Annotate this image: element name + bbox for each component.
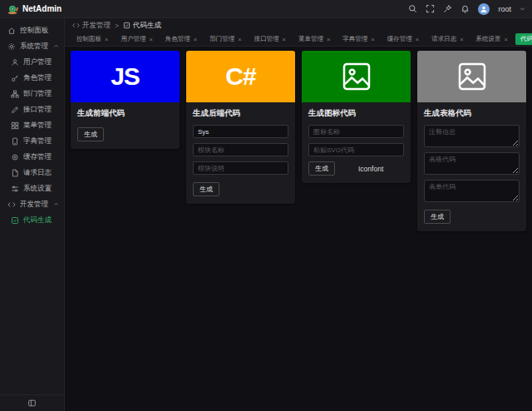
module-description-input[interactable] (193, 161, 288, 175)
iconfont-link[interactable]: Iconfont (358, 165, 383, 173)
breadcrumb: 开发管理 > 代码生成 (65, 18, 532, 32)
generate-icon-button[interactable]: 生成 (308, 161, 335, 176)
tab-close-icon[interactable]: × (105, 36, 108, 43)
sidebar-item-2[interactable]: 用户管理 (0, 54, 64, 70)
sidebar-item-10[interactable]: 系统设置 (0, 181, 64, 196)
pin-icon[interactable] (443, 4, 452, 13)
chevron-up-icon (53, 43, 59, 49)
tab-close-icon[interactable]: × (460, 36, 463, 43)
tab-close-icon[interactable]: × (416, 36, 419, 43)
icon-banner (302, 51, 411, 102)
comment-info-textarea[interactable] (424, 125, 520, 147)
bell-icon[interactable] (461, 4, 470, 13)
code-icon (72, 22, 80, 29)
image-icon (340, 60, 373, 93)
tab-4[interactable]: 接口管理 × (249, 33, 291, 45)
app-body: 控制面板 系统管理 用户管理 (0, 18, 532, 411)
card-title: 生成前端代码 (77, 108, 173, 119)
card-generate-backend: C# 生成后端代码 生成 (186, 51, 295, 204)
breadcrumb-label: 代码生成 (133, 21, 161, 31)
csharp-logo-text: C# (225, 64, 255, 89)
module-name-input[interactable] (193, 143, 288, 156)
breadcrumb-item-dev[interactable]: 开发管理 (72, 21, 111, 31)
sliders-icon (11, 185, 19, 193)
chevron-down-icon[interactable] (520, 6, 525, 12)
tab-close-icon[interactable]: × (505, 36, 508, 43)
breadcrumb-separator: > (115, 22, 119, 30)
user-icon (11, 58, 19, 67)
tab-close-icon[interactable]: × (149, 36, 152, 43)
top-header: NetAdmin root (0, 0, 532, 18)
snail-logo-icon (7, 3, 18, 15)
sidebar-collapse-button[interactable] (0, 394, 64, 411)
generate-backend-button[interactable]: 生成 (193, 182, 219, 196)
header-actions: root (408, 3, 525, 15)
sidebar: 控制面板 系统管理 用户管理 (0, 18, 65, 411)
icon-name-input[interactable] (308, 125, 404, 138)
gear-icon (7, 42, 16, 51)
tab-6[interactable]: 字典管理 × (337, 33, 379, 45)
sidebar-item-5[interactable]: 接口管理 (0, 102, 64, 117)
sidebar-item-8[interactable]: 缓存管理 (0, 149, 64, 165)
card-generate-table: 生成表格代码 生成 (417, 51, 526, 231)
codegen-icon (123, 22, 131, 29)
card-generate-icon: 生成图标代码 生成 Iconfont (302, 51, 411, 183)
person-icon (480, 5, 488, 13)
image-icon (456, 60, 489, 93)
tab-9[interactable]: 系统设置 × (471, 33, 513, 45)
tab-close-icon[interactable]: × (283, 36, 286, 43)
sidebar-item-11[interactable]: 开发管理 (0, 196, 64, 212)
org-icon (11, 90, 19, 98)
tab-0[interactable]: 控制面板 × (71, 33, 113, 45)
js-banner: JS (71, 51, 180, 102)
search-icon[interactable] (408, 4, 417, 13)
breadcrumb-item-codegen[interactable]: 代码生成 (123, 21, 161, 31)
app-title: NetAdmin (22, 4, 62, 13)
tab-2[interactable]: 角色管理 × (160, 33, 202, 45)
log-icon (11, 169, 19, 177)
sidebar-item-0[interactable]: 控制面板 (0, 22, 64, 38)
username[interactable]: root (498, 5, 511, 13)
tab-close-icon[interactable]: × (194, 36, 197, 43)
codegen-icon (11, 216, 19, 225)
tab-3[interactable]: 部门管理 × (204, 33, 246, 45)
tab-5[interactable]: 菜单管理 × (293, 33, 335, 45)
fullscreen-icon[interactable] (426, 4, 435, 13)
key-icon (11, 74, 19, 82)
main-area: 开发管理 > 代码生成 控制面板 × 用户管理 (65, 18, 532, 411)
avatar[interactable] (478, 3, 490, 15)
card-generate-frontend: JS 生成前端代码 生成 (71, 51, 180, 149)
sidebar-item-3[interactable]: 角色管理 (0, 70, 64, 86)
sidebar-item-7[interactable]: 字典管理 (0, 133, 64, 149)
sidebar-item-4[interactable]: 部门管理 (0, 86, 64, 102)
card-title: 生成图标代码 (308, 108, 404, 119)
home-icon (7, 27, 16, 35)
sidebar-item-1[interactable]: 系统管理 (0, 38, 64, 54)
tab-bar: 控制面板 × 用户管理 × 角色管理 × 部门管理 (65, 32, 532, 47)
table-code-textarea[interactable] (424, 152, 520, 175)
code-icon (7, 201, 16, 209)
generate-table-button[interactable]: 生成 (424, 210, 451, 224)
generate-frontend-button[interactable]: 生成 (77, 127, 104, 141)
sidebar-item-12[interactable]: 代码生成 (0, 212, 64, 228)
tab-close-icon[interactable]: × (238, 36, 241, 43)
csharp-banner: C# (186, 51, 295, 102)
chevron-up-icon (53, 201, 59, 207)
form-code-textarea[interactable] (424, 180, 520, 202)
cache-icon (11, 153, 19, 161)
tab-close-icon[interactable]: × (371, 36, 374, 43)
tab-close-icon[interactable]: × (327, 36, 330, 43)
sidebar-item-6[interactable]: 菜单管理 (0, 117, 64, 133)
tab-1[interactable]: 用户管理 × (116, 33, 157, 45)
codegen-content: JS 生成前端代码 生成 C# 生成后端代码 (65, 47, 532, 411)
collapse-icon (27, 399, 37, 408)
sidebar-item-9[interactable]: 请求日志 (0, 165, 64, 181)
tab-8[interactable]: 请求日志 × (426, 33, 468, 45)
tab-7[interactable]: 缓存管理 × (382, 33, 424, 45)
breadcrumb-label: 开发管理 (82, 21, 111, 31)
tab-10[interactable]: 代码生成 × (515, 33, 532, 45)
card-title: 生成后端代码 (193, 108, 288, 119)
namespace-input[interactable] (193, 125, 288, 138)
svg-code-input[interactable] (308, 143, 404, 156)
sidebar-menu: 控制面板 系统管理 用户管理 (0, 18, 64, 394)
